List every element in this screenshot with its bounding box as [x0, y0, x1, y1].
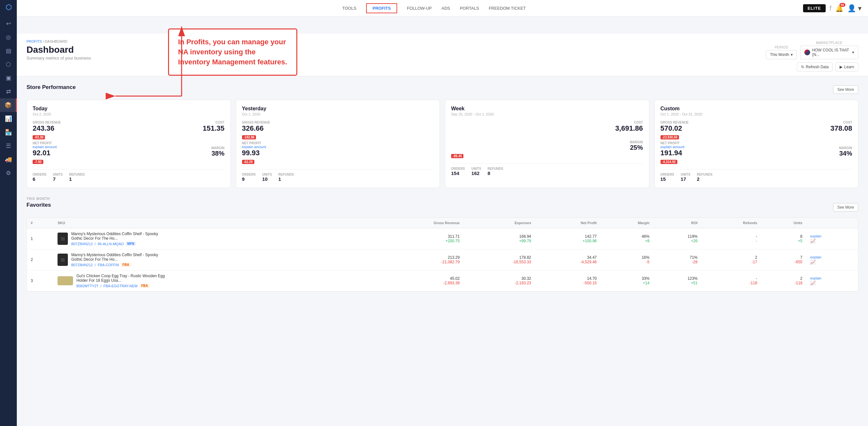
row-expenses: 178.82 -16,553.33 — [463, 249, 535, 271]
row-net-profit: 14.70 -500.15 — [535, 271, 601, 291]
favorites-see-more[interactable]: See More — [833, 203, 858, 211]
nav-ads[interactable]: ADS — [441, 1, 450, 15]
today-explain[interactable]: explain amount — [33, 145, 57, 149]
period-label: PERIOD — [766, 45, 797, 49]
row-margin: 16% -5 — [601, 249, 653, 271]
yesterday-explain[interactable]: explain amount — [242, 145, 266, 149]
period-selector[interactable]: This Month ▾ — [766, 50, 797, 59]
row-net-profit: 142.77 +100.96 — [535, 228, 601, 249]
fulfillment-badge: FBA — [140, 284, 150, 288]
top-nav: TOOLS PROFITS FOLLOW-UP ADS PORTALS FREE… — [0, 0, 868, 17]
sidebar-icon-store[interactable]: 🏪 — [0, 125, 17, 139]
refresh-data-button[interactable]: ↻ Refresh Data — [797, 62, 833, 72]
sidebar-icon-back[interactable]: ↩ — [0, 17, 17, 30]
row-refunds: - - — [701, 228, 761, 249]
learn-button[interactable]: ▶ Learn — [835, 62, 858, 72]
product-sku: B07Z8HN212 / 96-ALLN-MQAO MFN — [71, 242, 162, 246]
explain-link[interactable]: explain — [810, 234, 822, 238]
yesterday-units: 10 — [262, 176, 272, 182]
col-actions — [806, 218, 858, 228]
perf-card-yesterday: Yesterday Oct 1, 2020 GROSS REVENUE 326.… — [236, 100, 440, 188]
nav-tools[interactable]: TOOLS — [342, 1, 356, 15]
perf-cards: Today Oct 2, 2020 GROSS REVENUE 243.36 C… — [27, 100, 858, 188]
row-product: Gui's Chicken Coop Egg Tray - Rustic Woo… — [54, 271, 372, 291]
col-num: # — [27, 218, 54, 228]
week-orders: 154 — [451, 170, 465, 176]
sku-link2[interactable]: 96-ALLN-MQAO — [98, 242, 124, 246]
table-row: 3 Gui's Chicken Coop Egg Tray - Rustic W… — [27, 271, 858, 291]
product-sku: B07Z8HN212 / FBA-COFFIN FBA — [71, 263, 162, 267]
today-period: Today — [33, 106, 225, 112]
row-num: 3 — [27, 271, 54, 291]
sidebar-icon-list[interactable]: ☰ — [0, 139, 17, 153]
sidebar-icon-users[interactable]: ⬡ — [0, 58, 17, 71]
sku-link1[interactable]: B07Z8HN212 — [71, 263, 93, 267]
sidebar-icon-grid[interactable]: ▤ — [0, 44, 17, 58]
nav-followup[interactable]: FOLLOW-UP — [407, 1, 432, 15]
week-refunds: 8 — [488, 170, 503, 176]
main-layout: PROFITS / DASHBOARD Dashboard Summary me… — [17, 34, 868, 300]
product-image: ⬛ — [58, 233, 68, 245]
yesterday-refunds: 1 — [278, 176, 294, 182]
sidebar-icon-transfer[interactable]: ⇄ — [0, 85, 17, 98]
header-controls: PERIOD This Month ▾ MARKETPLACE HOW COOL… — [766, 41, 858, 72]
yesterday-date: Oct 1, 2020 — [242, 112, 434, 116]
sidebar-icon-box[interactable]: 📦 — [0, 98, 17, 112]
nav-portals[interactable]: PORTALS — [460, 1, 479, 15]
explain-link[interactable]: explain — [810, 276, 822, 280]
sku-link1[interactable]: B082MTTY2T — [76, 284, 98, 288]
ctrl-group: PERIOD This Month ▾ MARKETPLACE HOW COOL… — [766, 41, 858, 72]
sidebar-icon-settings[interactable]: ⚙ — [0, 166, 17, 180]
custom-margin: 34% — [839, 150, 852, 157]
nav-profits[interactable]: PROFITS — [366, 3, 397, 13]
row-actions: explain 📈 — [806, 228, 858, 249]
col-margin: Margin — [601, 218, 653, 228]
row-product: ⬛ Manny's Mysterious Oddities Coffin She… — [54, 228, 372, 249]
row-gross-revenue: 213.29 -21,082.79 — [372, 249, 463, 271]
row-expenses: 30.32 -2,193.23 — [463, 271, 535, 291]
sidebar-icon-chart[interactable]: 📊 — [0, 112, 17, 125]
breadcrumb-dashboard: DASHBOARD — [45, 39, 67, 44]
store-performance-see-more[interactable]: See More — [833, 85, 858, 94]
col-roi: ROI — [653, 218, 702, 228]
favorites-header: Favorites See More — [27, 202, 858, 213]
chart-icon[interactable]: 📈 — [810, 280, 816, 286]
chart-icon[interactable]: 📈 — [810, 238, 816, 244]
yesterday-period: Yesterday — [242, 106, 434, 112]
custom-explain[interactable]: explain amount — [660, 145, 685, 149]
notification-bell[interactable]: 🔔 66 — [835, 4, 843, 12]
sidebar-icon-truck[interactable]: 🚚 — [0, 153, 17, 166]
marketplace-label: MARKETPLACE — [800, 41, 858, 45]
custom-period: Custom — [660, 106, 852, 112]
week-date: Sep 25, 2020 - Oct 1, 2020 — [451, 112, 643, 116]
page-header: PROFITS / DASHBOARD Dashboard Summary me… — [17, 34, 868, 76]
perf-card-today: Today Oct 2, 2020 GROSS REVENUE 243.36 C… — [27, 100, 231, 188]
sidebar-icon-target[interactable]: ◎ — [0, 30, 17, 44]
custom-units: 17 — [681, 176, 690, 182]
breadcrumb-profits[interactable]: PROFITS — [27, 39, 42, 44]
sidebar-icon-card[interactable]: ▣ — [0, 71, 17, 85]
page-subtitle: Summary metrics of your business — [27, 56, 91, 60]
user-avatar[interactable]: 👤 ▾ — [847, 4, 862, 12]
favorites-table: # SKU Gross Revenue Expenses Net Profit … — [27, 218, 858, 291]
video-icon: ▶ — [840, 65, 842, 69]
sku-link2[interactable]: FBA-EGGTRAY-NEW — [103, 284, 138, 288]
chart-icon[interactable]: 📈 — [810, 259, 816, 264]
fulfillment-badge: FBA — [121, 263, 131, 267]
table-row: 1 ⬛ Manny's Mysterious Oddities Coffin S… — [27, 228, 858, 249]
row-margin: 46% +8 — [601, 228, 653, 249]
sku-link1[interactable]: B07Z8HN212 — [71, 242, 93, 246]
favorites-title: Favorites — [27, 202, 51, 208]
today-margin: 38% — [211, 150, 225, 157]
row-net-profit: 34.47 -4,529.46 — [535, 249, 601, 271]
marketplace-selector[interactable]: HOW COOL IS THAT (N... ▾ — [800, 46, 858, 59]
facebook-icon[interactable]: f — [830, 4, 832, 12]
row-units: 8 +5 — [761, 228, 806, 249]
nav-freedom-ticket[interactable]: FREEDOM TICKET — [489, 1, 526, 15]
product-image: ⬛ — [58, 254, 68, 266]
custom-gross-revenue: 570.02 — [660, 124, 689, 133]
custom-badge2: -4,314.92 — [660, 160, 677, 164]
sku-link2[interactable]: FBA-COFFIN — [98, 263, 119, 267]
explain-link[interactable]: explain — [810, 255, 822, 259]
col-gross-revenue: Gross Revenue — [372, 218, 463, 228]
